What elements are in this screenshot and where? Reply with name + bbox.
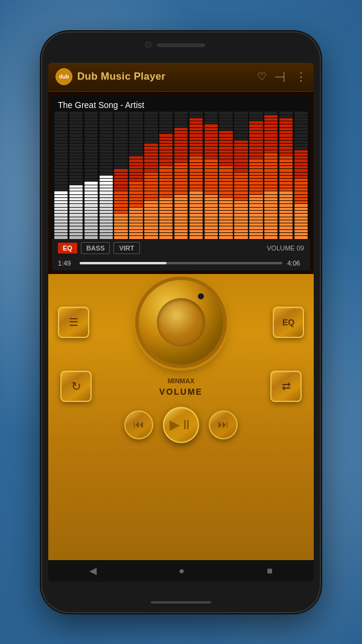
- phone-camera: [145, 41, 152, 48]
- eq-button[interactable]: EQ: [58, 243, 77, 253]
- song-title: The Great Song - Artist: [52, 95, 310, 112]
- min-label: MIN: [168, 377, 180, 384]
- total-time: 4:06: [287, 260, 304, 267]
- nav-bar: ◀ ● ■: [48, 560, 314, 582]
- eq-bar-5: [129, 112, 142, 239]
- eq-bar-14: [264, 112, 278, 239]
- virt-button[interactable]: VIRT: [113, 242, 139, 254]
- prev-icon: ⏮: [133, 418, 144, 431]
- eq-bar-11: [219, 112, 232, 239]
- knob-inner: [157, 298, 205, 346]
- eq-bar-13: [249, 112, 262, 239]
- playlist-button[interactable]: ☰: [58, 307, 89, 338]
- phone-bottom-bar: [151, 601, 211, 604]
- playback-controls: ⏮ ▶⏸ ⏭: [124, 407, 238, 443]
- shuffle-button[interactable]: ⇄: [270, 371, 302, 402]
- menu-icon[interactable]: ⋮: [296, 70, 306, 83]
- knob-container: [89, 280, 273, 365]
- phone-screen: dub Dub Music Player ♡ ─┤ ⋮ The Great So…: [48, 63, 314, 582]
- volume-indicator: VOLUME 09: [267, 244, 304, 252]
- eq-visualizer: [52, 112, 310, 239]
- heart-icon[interactable]: ♡: [257, 70, 267, 83]
- top-bar: dub Dub Music Player ♡ ─┤ ⋮: [48, 63, 314, 92]
- bass-button[interactable]: BASS: [81, 242, 110, 254]
- eq-bar-7: [159, 112, 173, 239]
- player-top-row: ☰ EQ: [58, 280, 304, 365]
- eq-bar-2: [84, 112, 98, 239]
- next-button[interactable]: ⏭: [209, 410, 238, 439]
- dub-logo-text: dub: [59, 74, 69, 80]
- home-nav-icon[interactable]: ●: [179, 566, 185, 576]
- player-section: ☰ EQ ↻: [48, 274, 314, 560]
- eq-toggle-icon[interactable]: ─┤: [275, 72, 287, 81]
- repeat-icon: ↻: [71, 379, 81, 394]
- app-title: Dub Music Player: [77, 71, 252, 83]
- volume-text: VOLUME: [159, 387, 203, 397]
- eq-bar-9: [189, 112, 203, 239]
- progress-track[interactable]: [80, 262, 282, 264]
- max-label: MAX: [180, 377, 194, 384]
- eq-panel-button[interactable]: EQ: [273, 307, 304, 338]
- next-icon: ⏭: [218, 418, 229, 431]
- phone-shell: dub Dub Music Player ♡ ─┤ ⋮ The Great So…: [42, 33, 320, 612]
- progress-section: 1:49 4:06: [52, 257, 310, 270]
- eq-bar-0: [54, 112, 68, 239]
- eq-bar-10: [205, 112, 218, 239]
- visualizer-section: The Great Song - Artist EQ BASS VIRT VOL…: [52, 95, 310, 270]
- progress-fill: [80, 262, 167, 264]
- current-time: 1:49: [58, 260, 75, 267]
- recent-nav-icon[interactable]: ■: [267, 566, 273, 576]
- back-nav-icon[interactable]: ◀: [89, 565, 97, 576]
- eq-bar-3: [100, 112, 113, 239]
- min-max-labels: MIN MAX: [136, 377, 226, 384]
- eq-bar-12: [234, 112, 247, 239]
- screen-content: dub Dub Music Player ♡ ─┤ ⋮ The Great So…: [48, 63, 314, 582]
- eq-bar-1: [69, 112, 83, 239]
- eq-bar-6: [144, 112, 157, 239]
- eq-bar-15: [279, 112, 293, 239]
- eq-bar-16: [294, 112, 308, 239]
- volume-knob[interactable]: [139, 280, 223, 365]
- dub-logo: dub: [56, 68, 72, 85]
- eq-label: EQ: [282, 317, 294, 327]
- top-icons: ♡ ─┤ ⋮: [257, 70, 306, 83]
- shuffle-icon: ⇄: [282, 380, 291, 393]
- eq-controls: EQ BASS VIRT VOLUME 09: [52, 239, 310, 257]
- repeat-button[interactable]: ↻: [60, 371, 92, 402]
- eq-bar-8: [174, 112, 188, 239]
- eq-bar-4: [114, 112, 127, 239]
- play-pause-button[interactable]: ▶⏸: [163, 407, 199, 443]
- playlist-icon: ☰: [69, 316, 78, 329]
- prev-button[interactable]: ⏮: [124, 410, 153, 439]
- play-pause-icon: ▶⏸: [170, 417, 193, 433]
- player-mid-row: ↻ MIN MAX VOLUME ⇄: [58, 371, 304, 402]
